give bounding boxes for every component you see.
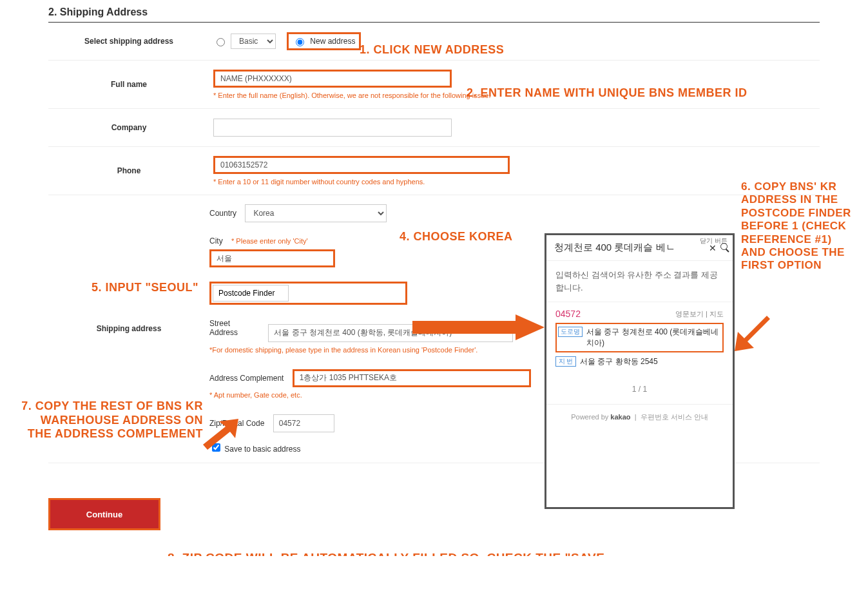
postcode-result-links[interactable]: 영문보기 | 지도 xyxy=(675,309,724,319)
zip-sublabel: Zip/Postal Code xyxy=(209,419,264,428)
radio-new-address-label: New address xyxy=(310,37,355,46)
radio-new-address[interactable] xyxy=(296,38,304,46)
radio-basic[interactable] xyxy=(217,38,225,46)
section-title: 2. Shipping Address xyxy=(48,6,820,18)
label-select-address: Select shipping address xyxy=(48,23,209,61)
postcode-popup: 닫기 버튼 청계천로 400 롯데캐슬 베ㄴ ✕ 입력하신 검색어와 유사한 주… xyxy=(545,233,735,509)
fullname-hint: * Enter the full name (English). Otherwi… xyxy=(213,91,820,99)
company-input[interactable] xyxy=(213,119,452,137)
postcode-result-first[interactable]: 도로명 서울 중구 청계천로 400 (롯데캐슬베네치아) xyxy=(555,323,724,352)
row-phone: Phone * Enter a 10 or 11 digit number wi… xyxy=(48,147,820,195)
select-basic[interactable]: Basic xyxy=(231,34,276,49)
addrcomp-sublabel: Address Complement xyxy=(209,374,284,383)
label-company: Company xyxy=(48,109,209,147)
city-sublabel: City xyxy=(209,236,223,245)
postcode-result-zip: 04572 xyxy=(555,309,581,319)
search-icon[interactable] xyxy=(720,243,728,250)
addrcomp-input[interactable] xyxy=(293,369,531,387)
country-sublabel: Country xyxy=(209,209,236,218)
fullname-input[interactable] xyxy=(213,70,452,88)
phone-hint: * Enter a 10 or 11 digit number without … xyxy=(213,178,820,186)
label-shipping-address: Shipping address xyxy=(48,195,209,463)
jibun-tag: 지 번 xyxy=(555,356,576,367)
row-select-address: Select shipping address Basic New addres… xyxy=(48,23,820,61)
postcode-finder-button[interactable]: Postcode Finder xyxy=(213,285,289,302)
city-hint: * Please enter only 'City' xyxy=(231,237,308,245)
save-basic-checkbox[interactable] xyxy=(212,443,220,452)
zip-input[interactable] xyxy=(273,414,334,432)
street-input[interactable] xyxy=(268,324,513,342)
city-input[interactable] xyxy=(209,249,335,267)
label-phone: Phone xyxy=(48,147,209,195)
postcode-footer: Powered by kakao | 우편번호 서비스 안내 xyxy=(546,404,733,430)
save-basic-label: Save to basic address xyxy=(224,445,300,454)
postcode-query: 청계천로 400 롯데캐슬 베ㄴ xyxy=(554,242,709,254)
row-fullname: Full name * Enter the full name (English… xyxy=(48,61,820,109)
label-fullname: Full name xyxy=(48,61,209,109)
continue-button[interactable]: Continue xyxy=(50,500,159,528)
postcode-pager: 1 / 1 xyxy=(555,385,724,394)
street-sublabel: Street Address xyxy=(209,319,260,337)
road-address: 서울 중구 청계천로 400 (롯데캐슬베네치아) xyxy=(586,327,721,349)
country-select[interactable]: Korea xyxy=(245,204,387,222)
road-tag: 도로명 xyxy=(558,327,583,337)
postcode-msg: 입력하신 검색어와 유사한 주소 결과를 제공합니다. xyxy=(546,261,733,302)
row-company: Company xyxy=(48,109,820,147)
jibun-address: 서울 중구 황학동 2545 xyxy=(580,356,658,367)
phone-input[interactable] xyxy=(213,156,510,174)
